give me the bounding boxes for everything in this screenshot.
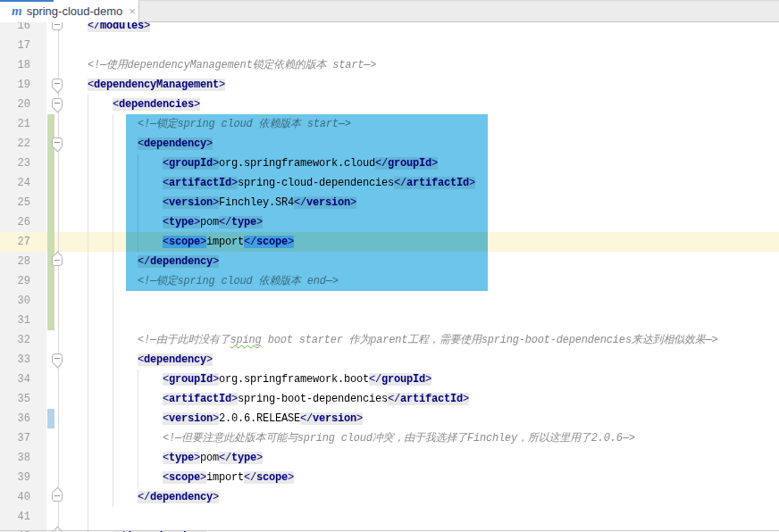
ide-window: 16</modules>1718<!—使用dependencyManagemen… [0,0,779,532]
tab-bar-empty-area [138,0,779,22]
xml-tag: </artifactId> [388,393,469,405]
xml-tag: <dependency> [138,353,213,366]
code-line-41[interactable] [0,507,779,527]
xml-comment: boot starter 作为parent工程，需要使用spring-boot-… [262,334,718,346]
fold-marker[interactable] [52,22,63,30]
xml-tag: <dependencyManagement> [88,79,225,91]
xml-tag: </dependency> [138,491,219,503]
fold-marker[interactable] [52,491,63,502]
code-line-20[interactable]: <dependencies> [0,95,779,114]
code-line-22[interactable]: <dependency> [0,134,779,154]
code-editor[interactable]: 16</modules>1718<!—使用dependencyManagemen… [0,22,779,532]
code-line-37[interactable]: <!—但要注意此处版本可能与spring cloud冲突，由于我选择了Finch… [0,428,779,448]
xml-tag: <version> [163,196,219,209]
code-line-39[interactable]: <scope>import</scope> [0,468,779,487]
xml-tag: </version> [300,412,363,425]
xml-tag: </type> [219,452,263,464]
xml-tag: </dependency> [138,255,219,268]
code-line-42[interactable]: </dependencies> [0,527,779,532]
fold-marker[interactable] [52,255,63,266]
code-line-23[interactable]: <groupId>org.springframework.cloud</grou… [0,154,779,173]
fold-marker[interactable] [52,79,63,89]
xml-tag: <groupId> [163,157,219,170]
code-line-30[interactable] [0,291,779,311]
code-line-18[interactable]: <!—使用dependencyManagement锁定依赖的版本 start—> [0,55,779,75]
xml-tag: </type> [219,216,263,229]
xml-tag: <groupId> [163,373,219,386]
code-line-40[interactable]: </dependency> [0,487,779,507]
xml-comment: <!—使用dependencyManagement锁定依赖的版本 start—> [88,59,376,71]
xml-tag: </groupId> [375,157,438,170]
editor-bottom-border [0,530,779,531]
code-line-34[interactable]: <groupId>org.springframework.boot</group… [0,370,779,389]
xml-comment: <!—但要注意此处版本可能与spring cloud冲突，由于我选择了Finch… [163,432,635,445]
xml-tag: <artifactId> [163,177,238,189]
xml-tag-highlighted: </scope> [244,236,294,248]
tab-spring-cloud-demo[interactable]: m spring-cloud-demo × [0,0,138,22]
code-line-19[interactable]: <dependencyManagement> [0,75,779,95]
xml-text-value: import [206,471,244,484]
editor-tab-bar: m spring-cloud-demo × [0,0,779,22]
code-line-27[interactable]: <scope>import</scope> [0,232,779,252]
xml-tag: </scope> [244,471,294,484]
xml-text-value: pom [200,452,219,464]
xml-text-value: spring-cloud-dependencies [238,177,394,189]
code-line-38[interactable]: <type>pom</type> [0,448,779,468]
xml-tag-highlighted: <scope> [163,236,206,248]
xml-tag: <type> [163,452,200,464]
code-line-17[interactable] [0,36,779,55]
xml-tag: <dependencies> [113,98,200,111]
xml-tag: <type> [163,216,200,229]
xml-tag: </groupId> [369,373,431,386]
fold-marker[interactable] [52,98,63,109]
code-line-25[interactable]: <version>Finchley.SR4</version> [0,193,779,212]
code-line-33[interactable]: <dependency> [0,350,779,370]
xml-tag: <dependency> [138,137,213,150]
xml-comment: <!—由于此时没有了 [138,334,230,346]
code-line-21[interactable]: <!—锁定spring cloud 依赖版本 start—> [0,114,779,134]
code-line-28[interactable]: </dependency> [0,252,779,271]
fold-marker[interactable] [52,353,63,364]
xml-tag: </modules> [88,22,150,32]
tab-title: spring-cloud-demo [27,4,123,18]
code-line-16[interactable]: </modules> [0,22,779,36]
code-line-26[interactable]: <type>pom</type> [0,212,779,232]
maven-icon: m [12,4,22,18]
xml-comment: <!—锁定spring cloud 依赖版本 end—> [138,275,339,287]
xml-text-value: import [206,236,244,248]
xml-tag: </version> [294,196,356,209]
xml-text-value: Finchley.SR4 [219,196,294,209]
tab-accent-line [0,0,54,2]
code-line-31[interactable] [0,311,779,330]
xml-text-value: 2.0.6.RELEASE [219,412,300,425]
code-line-29[interactable]: <!—锁定spring cloud 依赖版本 end—> [0,271,779,291]
comment-typo-word: sping [230,334,262,346]
code-line-35[interactable]: <artifactId>spring-boot-dependencies</ar… [0,389,779,409]
xml-tag: <artifactId> [163,393,238,405]
xml-tag: <scope> [163,471,206,484]
code-line-36[interactable]: <version>2.0.6.RELEASE</version> [0,409,779,428]
xml-text-value: spring-boot-dependencies [238,393,388,405]
xml-text-value: pom [200,216,219,229]
code-line-32[interactable]: <!—由于此时没有了sping boot starter 作为parent工程，… [0,330,779,350]
xml-text-value: org.springframework.boot [219,373,369,386]
code-line-24[interactable]: <artifactId>spring-cloud-dependencies</a… [0,173,779,193]
xml-comment: <!—锁定spring cloud 依赖版本 start—> [138,118,351,130]
xml-tag: <version> [163,412,219,425]
xml-text-value: org.springframework.cloud [219,157,375,170]
tab-close-icon[interactable]: × [129,4,136,18]
fold-marker[interactable] [52,137,63,148]
xml-tag: </artifactId> [394,177,475,189]
